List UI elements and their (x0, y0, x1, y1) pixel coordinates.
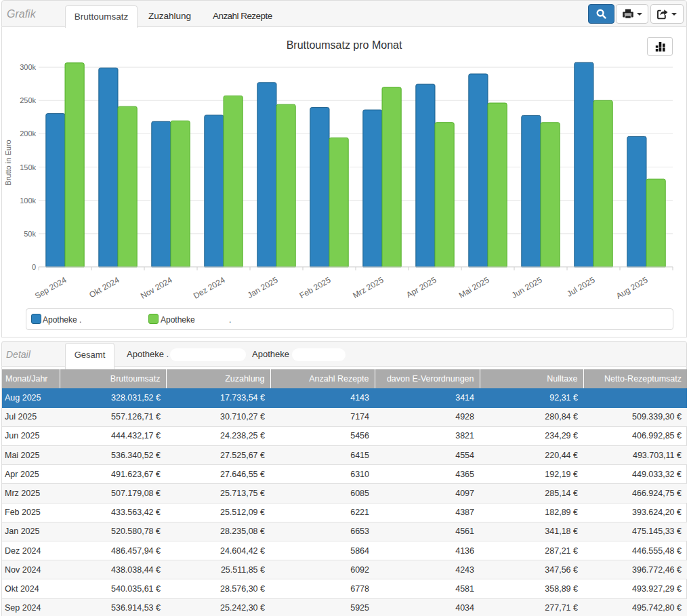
svg-text:300k: 300k (20, 63, 36, 71)
svg-text:150k: 150k (20, 163, 36, 171)
svg-text:50k: 50k (24, 230, 36, 238)
svg-text:Mrz 2025: Mrz 2025 (351, 275, 385, 300)
svg-text:200k: 200k (20, 129, 36, 138)
svg-text:Jun 2025: Jun 2025 (510, 275, 544, 300)
svg-text:Aug 2025: Aug 2025 (614, 275, 650, 301)
svg-text:Feb 2025: Feb 2025 (298, 275, 333, 301)
svg-text:Mai 2025: Mai 2025 (457, 275, 491, 300)
svg-text:0: 0 (32, 263, 36, 271)
svg-text:Okt 2024: Okt 2024 (87, 275, 121, 300)
svg-text:Dez 2024: Dez 2024 (192, 275, 227, 301)
svg-text:Bruttoumsatz pro Monat: Bruttoumsatz pro Monat (287, 39, 402, 51)
svg-text:Brutto in Euro: Brutto in Euro (4, 140, 12, 185)
svg-text:100k: 100k (20, 197, 36, 205)
svg-text:Apr 2025: Apr 2025 (404, 275, 438, 300)
svg-text:Nov 2024: Nov 2024 (139, 275, 174, 301)
svg-text:Sep 2024: Sep 2024 (33, 275, 68, 301)
svg-text:Jul 2025: Jul 2025 (565, 275, 597, 299)
svg-text:Jan 2025: Jan 2025 (246, 275, 280, 300)
svg-text:250k: 250k (20, 96, 36, 104)
